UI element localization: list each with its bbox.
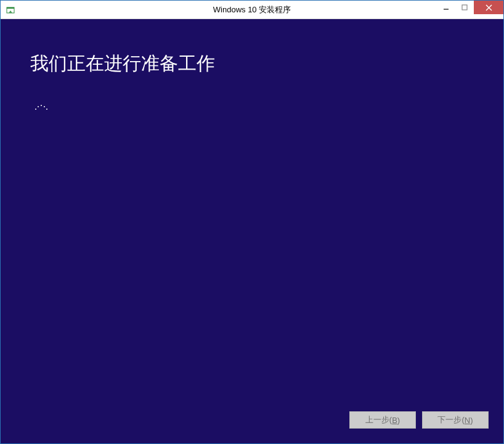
next-button[interactable]: 下一步(N) [422,411,489,429]
maximize-icon [461,4,468,10]
maximize-button[interactable] [455,1,474,14]
footer-buttons: 上一步(B) 下一步(N) [349,411,489,429]
installer-window: Windows 10 安装程序 我们正在进行准备工作 [0,0,504,444]
minimize-button[interactable] [437,1,455,14]
window-title: Windows 10 安装程序 [1,4,503,15]
minimize-icon [443,4,449,10]
next-button-label-prefix: 下一步( [437,414,464,426]
next-button-label-suffix: ) [470,416,473,425]
loading-spinner-icon [34,105,49,120]
app-icon [6,5,15,15]
window-controls [437,1,503,18]
next-button-mnemonic: N [465,416,470,425]
back-button-mnemonic: B [392,416,397,425]
close-icon [486,4,492,11]
back-button-label-prefix: 上一步( [365,414,392,426]
svg-rect-3 [462,5,467,10]
content-area: 我们正在进行准备工作 上一步(B) 下一步(N) [1,19,503,443]
page-heading: 我们正在进行准备工作 [30,51,474,76]
close-button[interactable] [474,1,503,14]
titlebar: Windows 10 安装程序 [1,1,503,19]
back-button[interactable]: 上一步(B) [349,411,416,429]
back-button-label-suffix: ) [397,416,400,425]
svg-rect-1 [7,7,14,9]
